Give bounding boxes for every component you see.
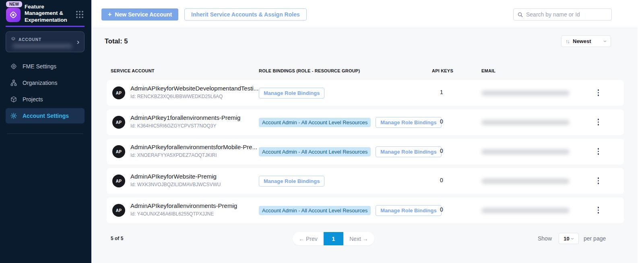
gear-icon [10,112,17,119]
inherit-service-accounts-button[interactable]: Inherit Service Accounts & Assign Roles [184,8,307,21]
manage-role-bindings-button[interactable]: Manage Role Bindings [259,88,324,99]
scrollbar-track[interactable] [638,0,644,263]
service-account-name: AdminAPIkeyforallenvironments-Premig [130,202,237,209]
page-size-dropdown[interactable]: 10 › [559,233,579,244]
service-account-name: AdminAPIkey1forallenvironments-Premig [130,114,240,121]
range-count: 5 of 5 [111,236,123,241]
column-header-service-account: SERVICE ACCOUNT [111,68,155,73]
column-header-api-keys: API KEYS [432,68,453,73]
api-keys-count: 1 [440,89,443,95]
fme-diamond-icon [10,63,17,70]
manage-role-bindings-button[interactable]: Manage Role Bindings [376,117,441,128]
cube-icon [10,96,17,103]
avatar: AP [112,204,125,217]
role-badge: Account Admin - All Account Level Resour… [259,118,371,127]
service-account-list: AP AdminAPIkeyforWebsiteDevelopmentandTe… [107,80,624,227]
table-row: AP AdminAPIkey1forallenvironments-Premig… [107,109,624,135]
search-input[interactable] [526,11,608,18]
api-keys-count: 0 [440,148,443,154]
avatar: AP [112,145,125,158]
table-row: AP AdminAPIkeyforWebsite-Premig Id: WXK3… [107,168,624,194]
role-badge: Account Admin - All Account Level Resour… [259,147,371,156]
avatar: AP [112,86,125,99]
column-header-role-bindings: ROLE BINDINGS (ROLE - RESOURCE GROUP) [259,68,360,73]
manage-role-bindings-button[interactable]: Manage Role Bindings [259,176,324,187]
fme-logo-icon [6,8,21,22]
kebab-menu-icon[interactable] [596,177,601,185]
avatar: AP [112,175,125,187]
toolbar: + New Service Account Inherit Service Ac… [91,0,638,28]
account-selector[interactable]: ACCOUNT › [6,31,85,52]
api-keys-count: 0 [440,206,443,213]
table-row: AP AdminAPIkeyforallenvironments-Premig … [107,197,624,223]
sidebar-nav: FME Settings Organizations [6,59,85,125]
new-service-account-label: New Service Account [115,11,172,18]
pagination: ← Prev 1 Next → [293,232,374,245]
service-account-name: AdminAPIkeyforallenvironmentsforMobile-P… [130,144,257,150]
sidebar-item-label: Organizations [23,80,57,86]
role-bindings-cell: Account Admin - All Account Level Resour… [259,168,324,194]
role-bindings-cell: Account Admin - All Account Level Resour… [259,139,442,164]
page-number-button[interactable]: 1 [324,232,343,245]
avatar: AP [112,116,125,129]
sort-value: Newest [573,38,601,44]
service-account-id: Id: K364HIC5RI6GZGYCPVST7NOQ3Y [130,123,216,129]
email-redacted [481,90,570,96]
kebab-menu-icon[interactable] [596,147,601,156]
service-account-id: Id: RENCKBZ3XQ6UBBWWEDKD25L6AQ [130,94,223,99]
kebab-menu-icon[interactable] [596,88,601,97]
main-content: Total: 5 ↑↓ Newest › SERVICE ACCOUNT ROL… [91,28,638,263]
brand-title: Feature Management & Experimentation [25,4,74,23]
sidebar-item-label: FME Settings [23,63,56,70]
brand-divider [6,26,85,27]
email-redacted [481,149,570,154]
sidebar: NEW Feature Management & Experimentation [0,0,91,263]
chevron-down-icon: › [570,238,576,240]
right-arrow-icon: → [363,236,368,242]
brand-header: NEW Feature Management & Experimentation [0,0,91,27]
next-page-button[interactable]: Next → [343,236,374,242]
role-bindings-cell: Account Admin - All Account Level Resour… [259,197,442,223]
app-window: NEW Feature Management & Experimentation [0,0,644,263]
sidebar-item-label: Projects [23,96,43,103]
account-name-redacted [12,44,72,48]
api-keys-count: 0 [440,118,443,125]
email-redacted [481,208,570,213]
new-badge: NEW [6,1,22,7]
manage-role-bindings-button[interactable]: Manage Role Bindings [376,146,441,157]
account-label: ACCOUNT [19,37,41,42]
app-switcher-icon[interactable] [76,11,83,18]
email-redacted [481,179,570,184]
sort-dropdown[interactable]: ↑↓ Newest › [561,35,611,47]
prev-page-button[interactable]: ← Prev [293,236,324,242]
chevron-right-icon: › [77,38,79,45]
sidebar-item-label: Account Settings [23,113,69,119]
service-account-id: Id: Y4OUNXZ46A6IBL6255QTPXJJNE [130,211,214,217]
show-label: Show [538,235,552,242]
service-account-name: AdminAPIkeyforWebsiteDevelopmentandTesti… [130,85,258,92]
sidebar-divider [7,134,83,134]
table-row: AP AdminAPIkeyforallenvironmentsforMobil… [107,139,624,164]
org-chart-icon [10,79,17,86]
manage-role-bindings-button[interactable]: Manage Role Bindings [376,205,441,216]
role-bindings-cell: Account Admin - All Account Level Resour… [259,80,324,106]
service-account-id: Id: WXK3NVOJBQZILIDMAVBJWCSVWU [130,182,221,187]
email-redacted [481,120,570,125]
sidebar-item-projects[interactable]: Projects [6,92,85,107]
kebab-menu-icon[interactable] [596,118,601,126]
role-bindings-cell: Account Admin - All Account Level Resour… [259,109,442,135]
table-row: AP AdminAPIkeyforWebsiteDevelopmentandTe… [107,80,624,106]
new-service-account-button[interactable]: + New Service Account [101,8,178,21]
sidebar-item-organizations[interactable]: Organizations [6,75,85,90]
sidebar-item-account-settings[interactable]: Account Settings [6,108,85,123]
sort-icon: ↑↓ [566,38,569,44]
per-page-label: per page [584,235,606,242]
left-arrow-icon: ← [299,236,304,242]
chevron-down-icon: › [603,40,609,42]
role-badge: Account Admin - All Account Level Resour… [259,206,371,215]
service-account-name: AdminAPIkeyforWebsite-Premig [130,173,217,180]
sidebar-item-fme-settings[interactable]: FME Settings [6,59,85,74]
api-keys-count: 0 [440,177,443,183]
search-icon [517,12,523,18]
kebab-menu-icon[interactable] [596,206,601,214]
